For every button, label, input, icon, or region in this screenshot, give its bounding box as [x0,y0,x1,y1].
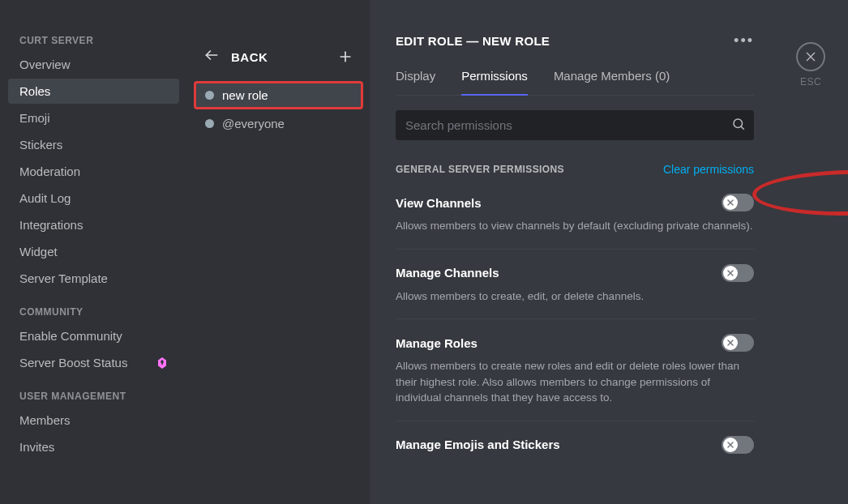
server-settings-sidebar: CURT SERVER Overview Roles Emoji Sticker… [0,0,187,504]
sidebar-item-integrations[interactable]: Integrations [8,212,179,237]
close-button[interactable] [796,42,825,71]
sidebar-section-community: COMMUNITY [8,292,179,322]
sidebar-item-label: Audit Log [19,191,71,205]
permission-description: Allows members to create new roles and e… [396,358,754,406]
search-icon [731,117,746,135]
sidebar-item-label: Roles [19,84,50,98]
annotation-ellipse [752,169,848,217]
tab-display[interactable]: Display [396,69,435,95]
role-name-label: new role [222,88,268,102]
permission-description: Allows members to create, edit, or delet… [396,288,754,305]
svg-point-3 [734,119,743,128]
toggle-knob [723,438,738,452]
sidebar-item-invites[interactable]: Invites [8,434,179,459]
tab-manage-members[interactable]: Manage Members (0) [554,69,670,95]
permission-name: Manage Channels [396,266,499,280]
sidebar-item-label: Emoji [19,111,50,125]
permission-manage-emojis-stickers: Manage Emojis and Stickers [396,436,754,475]
sidebar-item-widget[interactable]: Widget [8,239,179,264]
sidebar-item-server-boost-status[interactable]: Server Boost Status [8,350,179,375]
add-role-button[interactable] [337,49,353,65]
permission-name: View Channels [396,196,482,210]
sidebar-item-label: Members [19,413,71,427]
sidebar-item-label: Overview [19,58,71,71]
arrow-left-icon [203,47,220,66]
permission-toggle[interactable] [722,334,754,352]
sidebar-item-label: Invites [19,440,54,454]
sidebar-item-server-template[interactable]: Server Template [8,266,179,291]
boost-gem-icon [156,357,168,369]
toggle-knob [723,195,738,210]
sidebar-item-label: Server Boost Status [19,356,127,369]
permission-description: Allows members to view channels by defau… [396,218,754,234]
permission-view-channels: View Channels Allows members to view cha… [396,194,754,250]
page-title: EDIT ROLE — NEW ROLE [396,34,550,48]
tab-permissions[interactable]: Permissions [461,69,528,96]
sidebar-section-server: CURT SERVER [8,20,179,51]
more-options-button[interactable]: ••• [734,32,754,49]
roles-list-panel: BACK new role @everyone [187,0,370,504]
back-button[interactable]: BACK [203,47,268,66]
permission-manage-channels: Manage Channels Allows members to create… [396,264,754,320]
sidebar-section-user-management: USER MANAGEMENT [8,376,179,407]
sidebar-item-emoji[interactable]: Emoji [8,105,179,130]
sidebar-item-label: Stickers [19,138,62,152]
search-permissions-wrapper [396,110,754,140]
sidebar-item-label: Moderation [19,164,80,178]
sidebar-item-roles[interactable]: Roles [8,79,179,104]
role-color-dot [205,91,214,100]
sidebar-item-label: Enable Community [19,329,122,343]
role-item-new-role[interactable]: new role [194,81,363,109]
sidebar-item-moderation[interactable]: Moderation [8,159,179,184]
permission-name: Manage Roles [396,336,478,350]
permission-name: Manage Emojis and Stickers [396,438,560,451]
toggle-knob [723,266,738,280]
sidebar-item-members[interactable]: Members [8,408,179,433]
permission-toggle[interactable] [722,194,754,211]
toggle-knob [723,335,738,350]
permission-toggle[interactable] [722,264,754,282]
edit-role-panel: EDIT ROLE — NEW ROLE ••• Display Permiss… [370,0,848,504]
permissions-section-header: GENERAL SERVER PERMISSIONS [396,164,564,175]
sidebar-item-label: Server Template [19,271,108,285]
search-permissions-input[interactable] [396,110,754,140]
svg-line-4 [741,126,744,130]
sidebar-item-overview[interactable]: Overview [8,52,179,77]
permission-manage-roles: Manage Roles Allows members to create ne… [396,334,754,421]
role-tabs: Display Permissions Manage Members (0) [396,69,754,96]
sidebar-item-label: Widget [19,245,58,258]
sidebar-item-label: Integrations [19,218,83,232]
clear-permissions-link[interactable]: Clear permissions [663,163,754,176]
esc-label: ESC [800,76,821,88]
close-esc-group: ESC [796,42,825,88]
role-name-label: @everyone [222,117,285,130]
back-label: BACK [231,50,268,64]
role-item-everyone[interactable]: @everyone [194,109,363,138]
sidebar-item-enable-community[interactable]: Enable Community [8,323,179,348]
roles-header-row: BACK [194,41,363,81]
sidebar-item-audit-log[interactable]: Audit Log [8,186,179,211]
permission-toggle[interactable] [722,436,754,454]
role-color-dot [205,119,214,128]
sidebar-item-stickers[interactable]: Stickers [8,132,179,157]
